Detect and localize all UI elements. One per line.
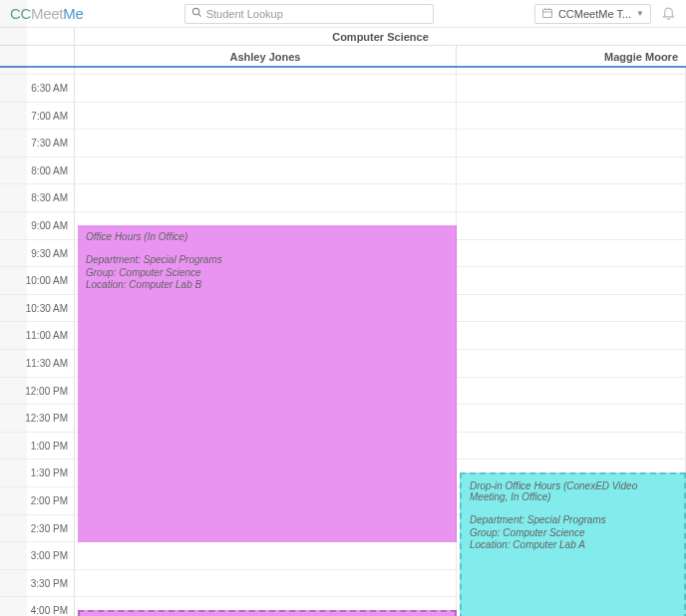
department-header-row: Computer Science bbox=[0, 28, 686, 46]
time-label: 10:30 AM bbox=[0, 295, 75, 322]
time-row[interactable]: 8:30 AM bbox=[0, 183, 686, 211]
time-label: 11:00 AM bbox=[0, 322, 75, 349]
time-label: 3:30 PM bbox=[0, 570, 75, 597]
time-row[interactable]: 6:30 AM bbox=[0, 74, 686, 102]
event-department: Department: Special Programs bbox=[470, 514, 676, 527]
time-label: 8:00 AM bbox=[0, 157, 75, 184]
search-input[interactable] bbox=[206, 8, 427, 20]
calendar-icon bbox=[541, 7, 553, 21]
time-label: 12:30 PM bbox=[0, 405, 75, 432]
app-logo: CCMeetMe bbox=[10, 5, 83, 22]
calendar-event-dropin-video[interactable]: Drop-in Office Hours (ConexED Video Meet… bbox=[460, 472, 686, 616]
event-group: Group: Computer Science bbox=[470, 527, 676, 540]
event-location: Location: Computer Lab B bbox=[86, 279, 448, 292]
event-title: Office Hours (In Office) bbox=[86, 231, 448, 242]
calendar-selector-dropdown[interactable]: CCMeetMe T... ▼ bbox=[534, 4, 651, 24]
time-label: 12:00 PM bbox=[0, 378, 75, 405]
time-label: 6:30 AM bbox=[0, 75, 75, 102]
event-department: Department: Special Programs bbox=[86, 254, 448, 267]
event-location: Location: Computer Lab A bbox=[470, 539, 676, 552]
svg-point-0 bbox=[192, 8, 198, 14]
calendar-event-office-hours[interactable]: Office Hours (In Office) Department: Spe… bbox=[78, 225, 457, 542]
time-label: 11:30 AM bbox=[0, 350, 75, 377]
time-label: 7:00 AM bbox=[0, 103, 75, 130]
time-label: 10:00 AM bbox=[0, 267, 75, 294]
calendar-grid[interactable]: 6:30 AM 7:00 AM 7:30 AM 8:00 AM 8:30 AM … bbox=[0, 68, 686, 616]
dropdown-label: CCMeetMe T... bbox=[558, 8, 631, 20]
time-label: 8:30 AM bbox=[0, 184, 75, 211]
time-label: 3:00 PM bbox=[0, 542, 75, 569]
logo-part-cc: CC bbox=[10, 5, 31, 22]
student-lookup-search[interactable] bbox=[184, 4, 434, 24]
department-label: Computer Science bbox=[75, 28, 686, 45]
time-row[interactable]: 7:00 AM bbox=[0, 102, 686, 130]
person-column-header: Maggie Moore bbox=[457, 46, 686, 66]
logo-part-me: Me bbox=[63, 5, 83, 22]
time-label: 1:30 PM bbox=[0, 460, 75, 486]
time-label: 1:00 PM bbox=[0, 433, 75, 460]
person-column-header: Ashley Jones bbox=[75, 46, 457, 66]
time-row[interactable]: 7:30 AM bbox=[0, 129, 686, 156]
topbar: CCMeetMe CCMeetMe T... ▼ bbox=[0, 0, 686, 28]
calendar-event-dropin-office[interactable]: Drop-in Office Hours (In Office) bbox=[78, 610, 457, 616]
event-group: Group: Computer Science bbox=[86, 267, 448, 280]
svg-rect-2 bbox=[542, 9, 551, 17]
time-row[interactable]: 8:00 AM bbox=[0, 156, 686, 184]
chevron-down-icon: ▼ bbox=[636, 9, 644, 18]
time-label: 2:30 PM bbox=[0, 515, 75, 542]
time-label: 7:30 AM bbox=[0, 130, 75, 156]
event-title: Drop-in Office Hours (ConexED Video Meet… bbox=[470, 480, 676, 502]
search-icon bbox=[191, 7, 202, 20]
svg-line-1 bbox=[198, 14, 201, 17]
logo-part-meet: Meet bbox=[31, 5, 63, 22]
notifications-icon[interactable] bbox=[661, 5, 676, 23]
time-label: 4:00 PM bbox=[0, 597, 75, 616]
person-header-row: Ashley Jones Maggie Moore bbox=[0, 46, 686, 68]
time-label: 9:30 AM bbox=[0, 240, 75, 267]
time-label: 9:00 AM bbox=[0, 212, 75, 239]
time-label: 2:00 PM bbox=[0, 487, 75, 514]
